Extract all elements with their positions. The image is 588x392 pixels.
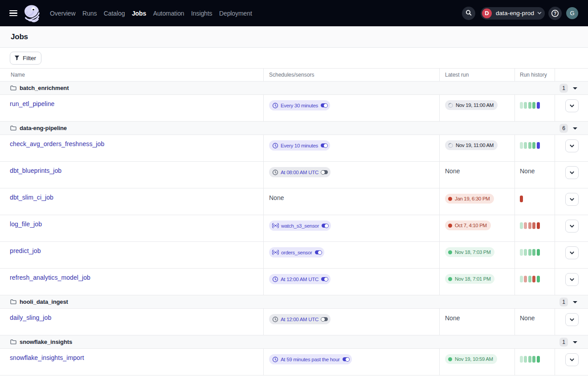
- svg-text:?: ?: [554, 11, 556, 16]
